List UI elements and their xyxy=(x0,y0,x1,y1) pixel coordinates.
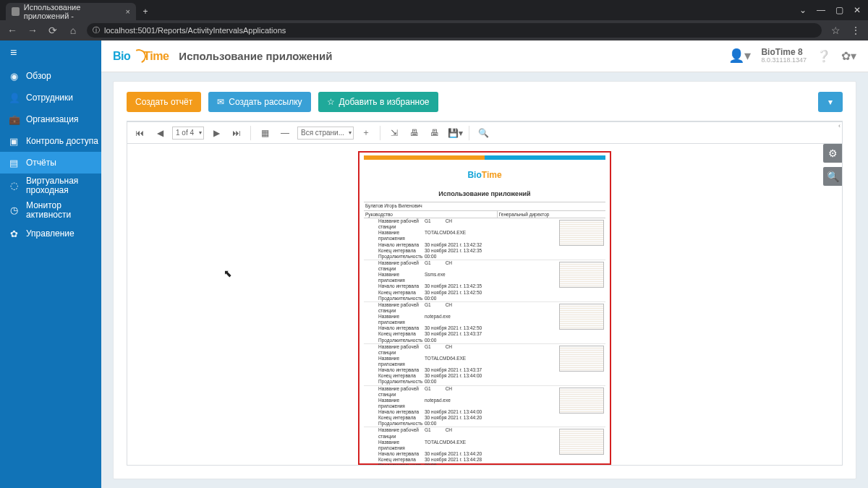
favicon xyxy=(12,7,20,16)
report-page: BioTime Использование приложений Булатов… xyxy=(358,151,611,465)
sidebar-item-label: Контроль доступа xyxy=(26,136,98,146)
prev-page-icon[interactable]: ◀ xyxy=(152,125,168,141)
browser-tab[interactable]: Использование приложений - × xyxy=(6,3,136,20)
close-window-icon[interactable]: ✕ xyxy=(854,5,861,15)
search-icon[interactable]: 🔍 xyxy=(475,125,491,141)
sidebar-icon: ▣ xyxy=(9,136,19,147)
report-row: Начало интервала30 ноября 2021 г. 13:42:… xyxy=(364,325,556,331)
report-row: Конец интервала30 ноября 2021 г. 13:43:3… xyxy=(364,331,556,337)
sidebar-item-1[interactable]: 👤Сотрудники xyxy=(0,87,101,108)
report-row: Конец интервала30 ноября 2021 г. 13:44:2… xyxy=(364,457,556,463)
find-icon[interactable]: 🔍 xyxy=(823,167,842,186)
screenshot-thumb xyxy=(559,388,604,414)
screenshot-thumb xyxy=(559,262,604,288)
sidebar-item-7[interactable]: ✿Управление xyxy=(0,223,101,244)
window-controls: ⌄ ― ▢ ✕ xyxy=(792,0,868,20)
layout-icon[interactable]: ▦ xyxy=(257,125,273,141)
sidebar-item-label: Отчёты xyxy=(26,158,56,168)
nav-forward-icon[interactable]: → xyxy=(26,25,39,36)
report-block: Название рабочей станцииG1CHНазвание при… xyxy=(364,260,605,302)
user-icon[interactable]: 👤▾ xyxy=(728,48,751,64)
star-icon[interactable]: ☆ xyxy=(829,25,842,36)
sidebar-item-label: Монитор активности xyxy=(26,201,71,220)
reload-icon[interactable]: ⟳ xyxy=(46,25,59,36)
last-page-icon[interactable]: ⏭ xyxy=(229,125,244,141)
report-row: Название приложенияTOTALCMD64.EXE xyxy=(364,356,556,367)
report-stripe xyxy=(364,155,605,160)
home-icon[interactable]: ⌂ xyxy=(67,25,80,36)
report-row: Название рабочей станцииG1CH xyxy=(364,344,556,356)
print2-icon[interactable]: 🖶 xyxy=(427,125,443,141)
sidebar-item-label: Обзор xyxy=(26,71,51,81)
add-favorite-button[interactable]: ☆ Добавить в избранное xyxy=(318,92,438,112)
gear-icon[interactable]: ⚙ xyxy=(823,144,842,163)
new-tab-button[interactable]: + xyxy=(136,3,155,20)
report-row: Продолжительность00:00 xyxy=(364,254,556,260)
report-row: Название рабочей станцииG1CH xyxy=(364,218,556,230)
sidebar: ≡ ◉Обзор👤Сотрудники💼Организация▣Контроль… xyxy=(0,40,101,488)
settings-icon[interactable]: ✿▾ xyxy=(841,49,856,63)
viewer-toolbar: ‹ ⏮ ◀ 1 of 4 ▶ ⏭ ▦ ― Вся страни... ＋ ⇲ 🖶 xyxy=(127,121,843,144)
options-dropdown-button[interactable]: ▾ xyxy=(818,92,843,112)
sidebar-icon: 💼 xyxy=(9,114,19,125)
report-block: Название рабочей станцииG1CHНазвание при… xyxy=(364,386,605,428)
sidebar-item-label: Управление xyxy=(26,228,75,239)
action-row: Создать отчёт ✉ Создать рассылку ☆ Добав… xyxy=(127,92,843,112)
screenshot-thumb xyxy=(559,346,604,372)
create-report-button[interactable]: Создать отчёт xyxy=(127,92,201,112)
report-row: Продолжительность00:00 xyxy=(364,296,556,301)
report-head: Руководство Генеральный директор xyxy=(364,210,605,218)
sidebar-icon: ✿ xyxy=(9,228,19,239)
zoom-in-icon[interactable]: ＋ xyxy=(358,125,374,141)
help-icon[interactable]: ❔ xyxy=(817,49,831,63)
main-area: Bio Time Использование приложений 👤▾ Bio… xyxy=(101,40,868,488)
collapse-arrow-icon[interactable]: ‹ xyxy=(838,122,841,129)
omnibox[interactable]: ⓘ localhost:5001/Reports/ActivityInterva… xyxy=(87,23,822,38)
report-row: Название приложенияTOTALCMD64.EXE xyxy=(364,230,556,241)
screenshot-thumb xyxy=(559,220,604,246)
hamburger-icon[interactable]: ≡ xyxy=(0,40,101,65)
sidebar-item-5[interactable]: ◌Виртуальная проходная xyxy=(0,174,101,198)
tab-title: Использование приложений - xyxy=(24,3,122,20)
zoom-out-icon[interactable]: ― xyxy=(277,125,293,141)
sidebar-icon: ◌ xyxy=(9,181,19,191)
export-icon[interactable]: ⇲ xyxy=(386,125,402,141)
chevron-down-icon[interactable]: ⌄ xyxy=(799,5,807,15)
print-icon[interactable]: 🖶 xyxy=(407,125,422,141)
maximize-icon[interactable]: ▢ xyxy=(835,5,843,15)
sidebar-item-2[interactable]: 💼Организация xyxy=(0,108,101,130)
first-page-icon[interactable]: ⏮ xyxy=(132,125,148,141)
report-row: Конец интервала30 ноября 2021 г. 13:44:0… xyxy=(364,373,556,379)
report-row: Начало интервала30 ноября 2021 г. 13:44:… xyxy=(364,451,556,457)
sidebar-item-label: Организация xyxy=(26,114,78,124)
sidebar-item-4[interactable]: ▤Отчёты xyxy=(0,152,101,174)
app-root: ⬉ ≡ ◉Обзор👤Сотрудники💼Организация▣Контро… xyxy=(0,40,868,488)
sidebar-item-6[interactable]: ◷Монитор активности xyxy=(0,198,101,223)
sidebar-item-3[interactable]: ▣Контроль доступа xyxy=(0,130,101,152)
nav-back-icon[interactable]: ← xyxy=(6,25,19,36)
report-employee: Булатов Игорь Виленович xyxy=(364,202,605,209)
page-title: Использование приложений xyxy=(179,50,332,62)
report-panel: Создать отчёт ✉ Создать рассылку ☆ Добав… xyxy=(113,81,856,479)
minimize-icon[interactable]: ― xyxy=(817,5,825,15)
sidebar-item-0[interactable]: ◉Обзор xyxy=(0,65,101,87)
browser-window: Использование приложений - × + ⌄ ― ▢ ✕ ←… xyxy=(0,0,868,488)
zoom-selector[interactable]: Вся страни... xyxy=(297,127,354,140)
menu-icon[interactable]: ⋮ xyxy=(849,25,862,36)
next-page-icon[interactable]: ▶ xyxy=(208,125,224,141)
sidebar-icon: 👤 xyxy=(9,93,19,103)
report-row: Конец интервала30 ноября 2021 г. 13:44:2… xyxy=(364,415,556,421)
page-selector[interactable]: 1 of 4 xyxy=(172,127,204,140)
sidebar-item-label: Сотрудники xyxy=(26,93,73,103)
report-row: Название рабочей станцииG1CH xyxy=(364,386,556,398)
report-viewer[interactable]: ⚙ 🔍 BioTime Использование приложений Бул… xyxy=(127,144,843,466)
screenshot-thumb xyxy=(559,429,604,455)
tab-close-icon[interactable]: × xyxy=(126,7,130,16)
report-row: Продолжительность00:00 xyxy=(364,379,556,385)
tab-strip: Использование приложений - × + ⌄ ― ▢ ✕ xyxy=(0,0,868,20)
save-dropdown-icon[interactable]: 💾▾ xyxy=(447,125,463,141)
report-row: Конец интервала30 ноября 2021 г. 13:42:5… xyxy=(364,290,556,296)
sidebar-icon: ◉ xyxy=(9,71,19,82)
viewer-side-tools: ⚙ 🔍 xyxy=(823,144,842,186)
create-mailing-button[interactable]: ✉ Создать рассылку xyxy=(208,92,310,112)
